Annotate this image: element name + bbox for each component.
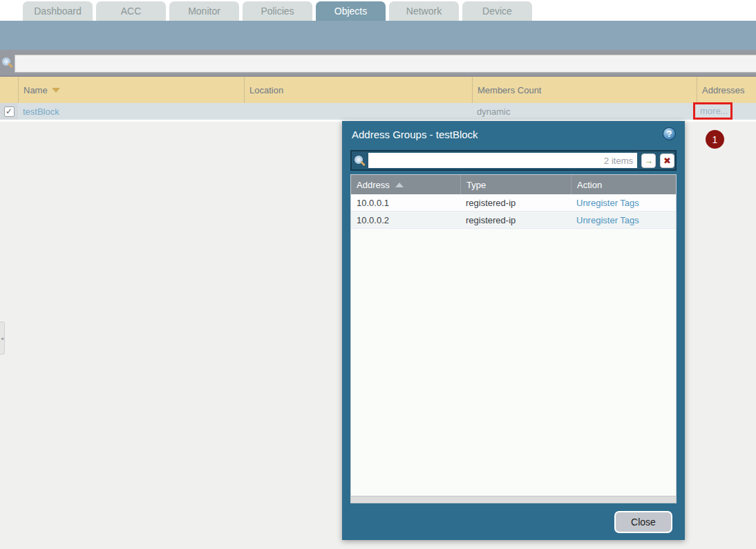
main-search-input[interactable] — [15, 55, 756, 73]
sort-descending-icon — [52, 88, 60, 93]
dialog-row-address: 10.0.0.1 — [351, 194, 460, 211]
apply-filter-button[interactable]: → — [641, 153, 656, 168]
column-header-addresses-label: Addresses — [702, 85, 744, 95]
dialog-column-header-action-label: Action — [577, 180, 602, 190]
dialog-row-type: registered-ip — [460, 212, 571, 228]
address-groups-dialog: Address Groups - testBlock ? 2 items → ✖… — [342, 121, 685, 540]
unregister-tags-link[interactable]: Unregister Tags — [576, 215, 639, 225]
close-button[interactable]: Close — [614, 511, 672, 533]
dialog-address-list: Address Type Action 10.0.0.1 registered-… — [350, 174, 677, 503]
dialog-column-header-type[interactable]: Type — [460, 175, 571, 194]
dialog-title: Address Groups - testBlock — [352, 129, 478, 140]
dialog-column-header-address-label: Address — [357, 180, 390, 190]
dialog-list-empty-area — [351, 229, 676, 496]
tab-policies[interactable]: Policies — [243, 1, 312, 21]
dialog-table-row: 10.0.0.2 registered-ip Unregister Tags — [351, 212, 676, 229]
column-header-name[interactable]: Name — [18, 77, 244, 103]
main-tab-bar: Dashboard ACC Monitor Policies Objects N… — [0, 0, 756, 21]
tab-monitor[interactable]: Monitor — [169, 1, 239, 21]
sub-navigation-band — [0, 21, 756, 50]
dialog-table-header: Address Type Action — [351, 175, 676, 194]
unregister-tags-link[interactable]: Unregister Tags — [576, 198, 639, 208]
dialog-row-type: registered-ip — [460, 194, 571, 211]
tab-acc[interactable]: ACC — [96, 1, 166, 21]
help-icon[interactable]: ? — [663, 127, 676, 140]
addresses-more-link[interactable]: more... — [700, 106, 728, 116]
dialog-search-icon-wrap — [352, 151, 368, 169]
dialog-column-header-action[interactable]: Action — [571, 175, 676, 194]
search-icon — [355, 156, 363, 164]
dialog-row-action-cell: Unregister Tags — [571, 194, 676, 211]
dialog-column-header-type-label: Type — [466, 180, 486, 190]
annotation-highlight-rect: more... — [693, 102, 733, 120]
column-header-location-label: Location — [249, 85, 283, 95]
row-location-cell — [244, 103, 472, 120]
dialog-footer: Close — [342, 503, 685, 540]
row-checkbox-cell: ✓ — [0, 103, 18, 120]
dialog-search-input[interactable]: 2 items — [368, 153, 637, 168]
tab-objects[interactable]: Objects — [316, 1, 386, 21]
clear-filter-button[interactable]: ✖ — [660, 153, 674, 168]
select-all-header-cell — [0, 77, 18, 103]
column-header-name-label: Name — [23, 85, 48, 95]
items-count-label: 2 items — [604, 156, 633, 166]
address-group-name-link[interactable]: testBlock — [23, 106, 59, 117]
collapse-pane-handle[interactable]: ◂ — [0, 322, 5, 355]
address-groups-table-header: Name Location Members Count Addresses — [0, 77, 756, 103]
main-filter-bar — [0, 50, 756, 77]
annotation-step-badge: 1 — [706, 130, 724, 149]
dialog-row-action-cell: Unregister Tags — [571, 212, 676, 228]
dialog-table-row: 10.0.0.1 registered-ip Unregister Tags — [351, 194, 676, 212]
row-checkbox[interactable]: ✓ — [4, 106, 15, 117]
tab-dashboard[interactable]: Dashboard — [23, 1, 93, 21]
dialog-filter-bar: 2 items → ✖ — [350, 150, 677, 171]
row-name-cell: testBlock — [18, 103, 244, 120]
tab-network[interactable]: Network — [389, 1, 459, 21]
row-members-count-value: dynamic — [477, 106, 510, 117]
sort-ascending-icon — [395, 183, 404, 187]
column-header-addresses[interactable]: Addresses — [697, 77, 756, 103]
dialog-column-header-address[interactable]: Address — [351, 175, 460, 194]
column-header-members-count-label: Members Count — [478, 85, 541, 95]
row-members-count-cell: dynamic — [472, 103, 697, 120]
search-icon — [2, 57, 10, 66]
table-row-testblock: ✓ testBlock dynamic — [0, 103, 756, 122]
column-header-members-count[interactable]: Members Count — [472, 77, 697, 103]
tab-device[interactable]: Device — [462, 1, 532, 21]
column-header-location[interactable]: Location — [244, 77, 472, 103]
dialog-row-address: 10.0.0.2 — [351, 212, 460, 228]
horizontal-scrollbar[interactable] — [351, 496, 676, 503]
